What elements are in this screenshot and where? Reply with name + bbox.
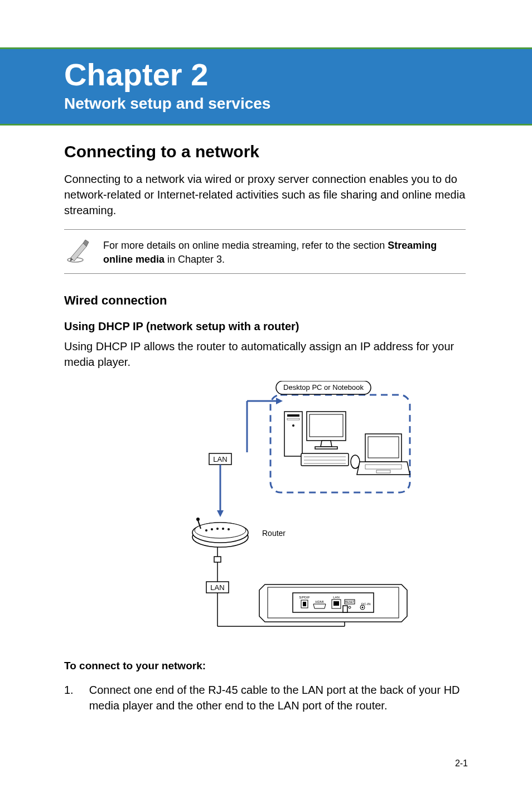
step-number: 1.	[64, 682, 74, 713]
svg-rect-8	[309, 414, 343, 437]
svg-point-47	[349, 606, 351, 608]
subsubsection-heading: Using DHCP IP (network setup with a rout…	[64, 320, 466, 333]
svg-rect-10	[301, 453, 349, 466]
svg-point-6	[292, 424, 294, 427]
diagram-label-desktop: Desktop PC or Notebook	[283, 383, 364, 392]
svg-rect-45	[333, 601, 339, 606]
svg-point-49	[362, 607, 364, 608]
port-reset: RESET	[345, 600, 355, 603]
svg-point-26	[195, 523, 246, 538]
svg-marker-23	[217, 510, 224, 517]
subsubsection-body: Using DHCP IP allows the router to autom…	[64, 339, 466, 370]
network-diagram: Desktop PC or Notebook	[109, 381, 421, 637]
svg-rect-4	[287, 414, 299, 417]
note-text: For more details on online media streami…	[103, 236, 466, 267]
section-heading: Connecting to a network	[64, 142, 466, 161]
chapter-header: Chapter 2 Network setup and services	[0, 47, 532, 125]
svg-rect-50	[343, 606, 347, 612]
port-spdif: S/PDIF	[299, 596, 310, 599]
svg-rect-9	[315, 447, 337, 449]
svg-rect-15	[368, 437, 399, 458]
svg-marker-21	[276, 398, 283, 404]
svg-point-30	[211, 528, 213, 530]
note-suffix: in Chapter 3.	[165, 254, 225, 265]
diagram-label-lan1: LAN	[213, 455, 227, 463]
svg-point-32	[222, 528, 224, 530]
svg-rect-43	[303, 602, 306, 606]
page-number: 2-1	[455, 758, 468, 769]
chapter-subtitle: Network setup and services	[64, 95, 532, 113]
svg-point-28	[196, 518, 200, 521]
note-box: For more details on online media streami…	[64, 229, 466, 274]
section-intro: Connecting to a network via wired or pro…	[64, 171, 466, 218]
svg-point-33	[228, 528, 230, 530]
port-hdmi: HDMI	[315, 600, 324, 603]
main-content: Connecting to a network Connecting to a …	[64, 142, 466, 713]
subsection-heading: Wired connection	[64, 293, 466, 308]
instruction-step-1: 1. Connect one end of the RJ-45 cable to…	[64, 682, 466, 713]
step-text: Connect one end of the RJ-45 cable to th…	[89, 682, 466, 713]
instruction-heading: To connect to your network:	[64, 660, 466, 672]
note-prefix: For more details on online media streami…	[103, 240, 388, 251]
svg-point-31	[216, 528, 219, 530]
pencil-icon	[64, 236, 92, 264]
port-lan: LAN	[333, 596, 340, 599]
diagram-container: Desktop PC or Notebook	[64, 381, 466, 637]
svg-rect-35	[214, 557, 221, 562]
diagram-label-lan2: LAN	[210, 583, 224, 592]
svg-point-29	[205, 529, 207, 532]
chapter-title: Chapter 2	[64, 59, 532, 90]
diagram-label-router: Router	[262, 529, 286, 538]
